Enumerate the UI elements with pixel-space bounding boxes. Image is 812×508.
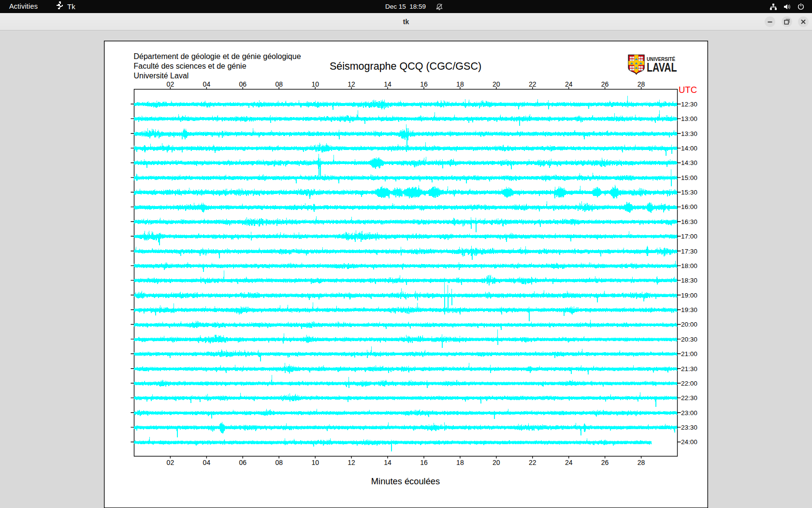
svg-text:28: 28 — [638, 80, 645, 88]
svg-text:Séismographe QCQ (CGC/GSC): Séismographe QCQ (CGC/GSC) — [330, 60, 481, 72]
svg-text:10: 10 — [311, 80, 319, 88]
svg-text:24: 24 — [565, 459, 573, 466]
svg-text:10: 10 — [311, 459, 319, 466]
svg-text:17:30: 17:30 — [681, 248, 697, 255]
svg-text:14:30: 14:30 — [681, 159, 697, 166]
svg-text:13:30: 13:30 — [681, 130, 697, 137]
svg-text:22: 22 — [529, 80, 536, 88]
svg-text:16:30: 16:30 — [681, 218, 697, 225]
svg-text:22: 22 — [529, 459, 536, 466]
svg-text:04: 04 — [203, 459, 211, 466]
svg-text:14: 14 — [384, 80, 392, 88]
svg-text:08: 08 — [275, 459, 283, 466]
svg-text:UTC: UTC — [679, 85, 697, 95]
svg-text:28: 28 — [638, 459, 645, 466]
svg-text:14:00: 14:00 — [681, 145, 697, 152]
svg-text:20:00: 20:00 — [681, 321, 697, 328]
svg-text:24: 24 — [565, 80, 573, 88]
svg-text:23:30: 23:30 — [681, 424, 697, 431]
svg-text:21:30: 21:30 — [681, 365, 697, 373]
svg-text:20: 20 — [493, 80, 500, 88]
svg-text:LAVAL: LAVAL — [647, 60, 677, 74]
svg-text:20:30: 20:30 — [681, 336, 697, 343]
svg-text:16:00: 16:00 — [681, 203, 697, 210]
svg-text:02: 02 — [167, 80, 174, 88]
svg-text:02: 02 — [167, 459, 174, 466]
svg-text:22:30: 22:30 — [681, 394, 697, 402]
svg-text:26: 26 — [601, 80, 609, 88]
svg-text:12: 12 — [348, 459, 355, 466]
svg-text:20: 20 — [493, 459, 500, 466]
svg-text:12:30: 12:30 — [681, 101, 697, 108]
svg-text:Université Laval: Université Laval — [134, 72, 189, 80]
svg-text:13:00: 13:00 — [681, 115, 697, 122]
svg-text:Faculté des sciences et de gén: Faculté des sciences et de génie — [134, 62, 246, 70]
svg-text:12: 12 — [348, 80, 355, 88]
svg-text:26: 26 — [601, 459, 609, 466]
svg-text:08: 08 — [275, 80, 283, 88]
svg-text:06: 06 — [239, 459, 247, 466]
svg-text:18:00: 18:00 — [681, 262, 697, 269]
svg-text:Département de géologie et de: Département de géologie et de génie géol… — [134, 52, 301, 60]
svg-text:17:00: 17:00 — [681, 233, 697, 240]
svg-text:06: 06 — [239, 80, 247, 88]
svg-text:15:00: 15:00 — [681, 174, 697, 181]
svg-text:23:00: 23:00 — [681, 409, 697, 417]
svg-text:18: 18 — [456, 80, 464, 88]
svg-text:15:30: 15:30 — [681, 189, 697, 196]
svg-text:14: 14 — [384, 459, 392, 466]
svg-text:24:00: 24:00 — [681, 438, 697, 446]
svg-text:18: 18 — [456, 459, 464, 466]
svg-text:16: 16 — [420, 80, 428, 88]
svg-text:18:30: 18:30 — [681, 277, 697, 284]
svg-text:19:00: 19:00 — [681, 292, 697, 299]
svg-text:Minutes écoulées: Minutes écoulées — [371, 476, 440, 486]
svg-text:16: 16 — [420, 459, 428, 466]
svg-text:21:00: 21:00 — [681, 350, 697, 358]
svg-text:22:00: 22:00 — [681, 380, 697, 387]
svg-text:19:30: 19:30 — [681, 306, 697, 314]
svg-text:04: 04 — [203, 80, 211, 88]
